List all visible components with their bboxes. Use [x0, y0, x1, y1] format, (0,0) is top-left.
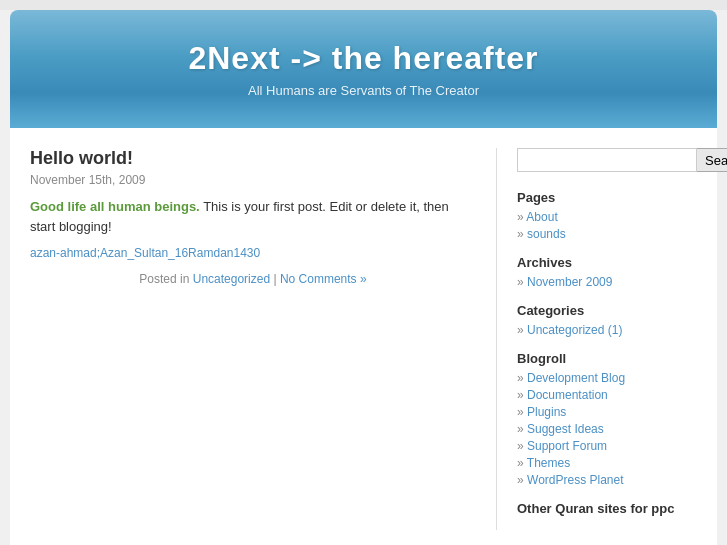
post: Hello world! November 15th, 2009 Good li…: [30, 148, 476, 286]
list-item: About: [517, 210, 697, 224]
blogroll-link-plugins[interactable]: Plugins: [527, 405, 566, 419]
category-link[interactable]: Uncategorized: [193, 272, 270, 286]
blogroll-link-docs[interactable]: Documentation: [527, 388, 608, 402]
list-item: Support Forum: [517, 439, 697, 453]
list-item: WordPress Planet: [517, 473, 697, 487]
list-item: sounds: [517, 227, 697, 241]
post-title: Hello world!: [30, 148, 476, 169]
categories-list: Uncategorized (1): [517, 323, 697, 337]
separator: |: [270, 272, 280, 286]
page-link-sounds[interactable]: sounds: [527, 227, 566, 241]
search-button[interactable]: Search: [697, 148, 727, 172]
list-item: Plugins: [517, 405, 697, 419]
blogroll-link-devblog[interactable]: Development Blog: [527, 371, 625, 385]
list-item: Themes: [517, 456, 697, 470]
blogroll-link-themes[interactable]: Themes: [527, 456, 570, 470]
blogroll-link-support[interactable]: Support Forum: [527, 439, 607, 453]
site-title: 2Next -> the hereafter: [30, 40, 697, 77]
main-container: Hello world! November 15th, 2009 Good li…: [10, 128, 717, 545]
other-heading: Other Quran sites for ppc: [517, 501, 697, 516]
pages-list: About sounds: [517, 210, 697, 241]
site-subtitle: All Humans are Servants of The Creator: [30, 83, 697, 98]
sidebar-section-categories: Categories Uncategorized (1): [517, 303, 697, 337]
post-internal-link[interactable]: azan-ahmad;Azan_Sultan_16Ramdan1430: [30, 246, 476, 260]
search-input[interactable]: [517, 148, 697, 172]
list-item: Documentation: [517, 388, 697, 402]
blogroll-list: Development Blog Documentation Plugins S…: [517, 371, 697, 487]
category-link-uncategorized[interactable]: Uncategorized (1): [527, 323, 622, 337]
sidebar-section-blogroll: Blogroll Development Blog Documentation …: [517, 351, 697, 487]
blogroll-link-suggest[interactable]: Suggest Ideas: [527, 422, 604, 436]
pages-heading: Pages: [517, 190, 697, 205]
site-header: 2Next -> the hereafter All Humans are Se…: [10, 10, 717, 128]
comments-link[interactable]: No Comments »: [280, 272, 367, 286]
post-footer: Posted in Uncategorized | No Comments »: [30, 272, 476, 286]
list-item: Suggest Ideas: [517, 422, 697, 436]
archive-link-nov2009[interactable]: November 2009: [527, 275, 612, 289]
sidebar-section-other: Other Quran sites for ppc: [517, 501, 697, 516]
blogroll-link-wp[interactable]: WordPress Planet: [527, 473, 624, 487]
sidebar-section-pages: Pages About sounds: [517, 190, 697, 241]
list-item: Development Blog: [517, 371, 697, 385]
search-box: Search: [517, 148, 697, 172]
archives-heading: Archives: [517, 255, 697, 270]
post-body: Good life all human beings. This is your…: [30, 197, 476, 236]
page-link-about[interactable]: About: [526, 210, 557, 224]
archives-list: November 2009: [517, 275, 697, 289]
sidebar-section-archives: Archives November 2009: [517, 255, 697, 289]
posted-in-label: Posted in: [139, 272, 192, 286]
post-green-link[interactable]: Good life all human beings.: [30, 199, 200, 214]
list-item: November 2009: [517, 275, 697, 289]
blogroll-heading: Blogroll: [517, 351, 697, 366]
post-date: November 15th, 2009: [30, 173, 476, 187]
content-area: Hello world! November 15th, 2009 Good li…: [30, 148, 497, 530]
sidebar: Search Pages About sounds Archives Novem…: [517, 148, 697, 530]
list-item: Uncategorized (1): [517, 323, 697, 337]
categories-heading: Categories: [517, 303, 697, 318]
